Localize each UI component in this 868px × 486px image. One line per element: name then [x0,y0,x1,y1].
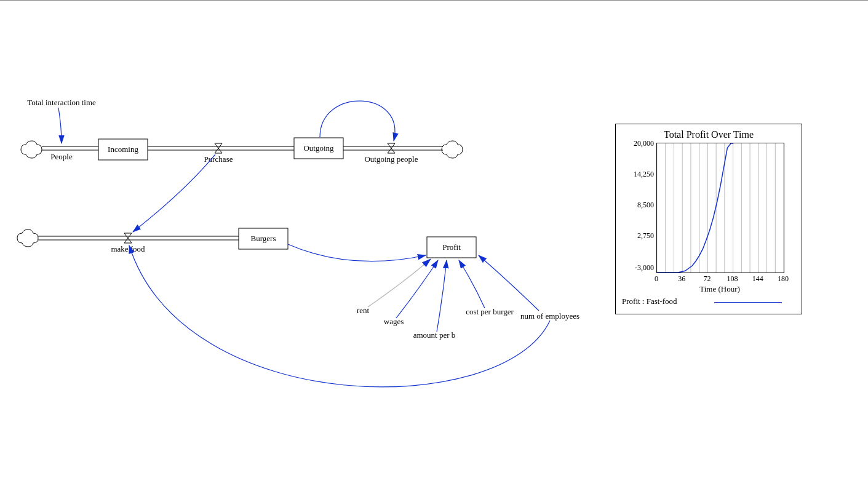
chart-ytick-0: -3,000 [621,263,654,273]
stock-outgoing-label: Outgoing [303,143,334,153]
aux-rent[interactable]: rent [357,306,370,315]
chart-panel[interactable]: Total Profit Over Time 20,000 14,250 8,5… [615,124,802,314]
valve-make-food-icon[interactable] [124,233,132,243]
cloud-source2-icon [17,229,38,247]
aux-cost-per-burger[interactable]: cost per burger [466,307,514,316]
stock-profit-label: Profit [442,242,461,252]
aux-amount-per-b[interactable]: amount per b [413,330,456,340]
chart-xtick-3: 108 [723,274,742,284]
chart-ytick-2: 8,500 [621,201,654,210]
chart-xtick-1: 36 [672,274,691,284]
flow-people-label: People [50,152,73,161]
flow-make-food-label: make food [111,244,145,253]
valve-purchase-icon[interactable] [215,143,222,153]
chart-xtick-0: 0 [647,274,666,284]
chart-ytick-4: 20,000 [621,139,654,148]
aux-total-interaction-time[interactable]: Total interaction time [27,98,96,107]
chart-xtick-2: 72 [698,274,716,284]
cloud-sink-icon [442,141,463,158]
aux-wages[interactable]: wages [384,317,404,326]
flow-outgoing-people-label: Outgoing people [364,154,418,164]
chart-xtick-5: 180 [774,274,792,284]
chart-legend-line-icon [714,302,782,303]
chart-xtick-4: 144 [749,274,767,284]
chart-legend: Profit : Fast-food [622,297,795,308]
chart-plot-area [656,143,784,273]
chart-ytick-1: 2,750 [621,231,654,241]
cloud-source-icon [21,141,42,158]
chart-xaxis-label: Time (Hour) [656,284,783,294]
stock-incoming-label: Incoming [108,145,138,154]
chart-legend-label: Profit : Fast-food [622,297,677,306]
chart-ytick-3: 14,250 [621,170,654,179]
valve-outgoing-people-icon[interactable] [388,143,395,153]
stock-burgers-label: Burgers [251,234,276,243]
aux-num-of-employees[interactable]: num of employees [520,311,579,321]
